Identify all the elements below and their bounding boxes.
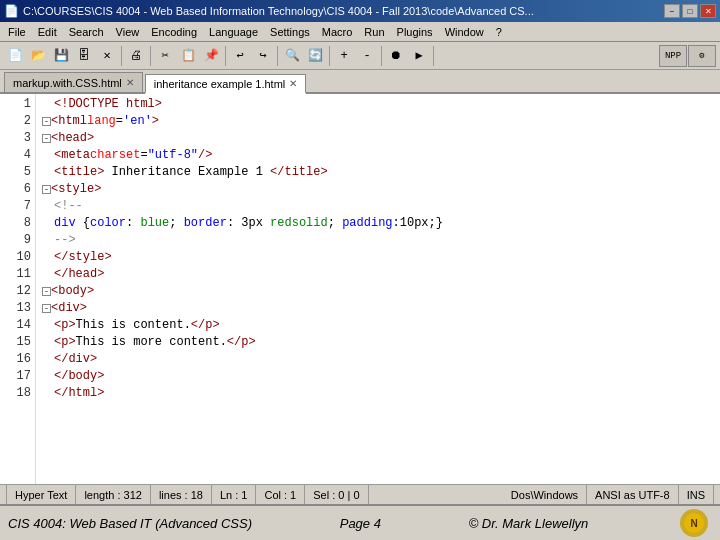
tab-label-markup-css: markup.with.CSS.html — [13, 77, 122, 89]
code-line: </style> — [42, 249, 720, 266]
code-line: </div> — [42, 351, 720, 368]
line-num: 18 — [0, 385, 31, 402]
line-num: 2 — [0, 113, 31, 130]
status-bar: Hyper Text length : 312 lines : 18 Ln : … — [0, 484, 720, 504]
minimize-button[interactable]: − — [664, 4, 680, 18]
editor-content[interactable]: 123456789101112131415161718 <!DOCTYPE ht… — [0, 94, 720, 484]
code-line: <p>This is more content.</p> — [42, 334, 720, 351]
code-line: </body> — [42, 368, 720, 385]
save-button[interactable]: 💾 — [50, 45, 72, 67]
toolbar: 📄 📂 💾 🗄 ✕ 🖨 ✂ 📋 📌 ↩ ↪ 🔍 🔄 + - ⏺ ▶ NPP ⚙ — [0, 42, 720, 70]
line-num: 17 — [0, 368, 31, 385]
line-num: 3 — [0, 130, 31, 147]
zoom-in-button[interactable]: + — [333, 45, 355, 67]
fold-box[interactable]: - — [42, 134, 51, 143]
plugin-button[interactable]: ⚙ — [688, 45, 716, 67]
status-lines: lines : 18 — [151, 485, 212, 504]
code-line: - <html lang='en'> — [42, 113, 720, 130]
menu-bar: FileEditSearchViewEncodingLanguageSettin… — [0, 22, 720, 42]
menu-item-?[interactable]: ? — [490, 24, 508, 40]
zoom-out-button[interactable]: - — [356, 45, 378, 67]
status-filetype: Hyper Text — [6, 485, 76, 504]
menu-item-run[interactable]: Run — [358, 24, 390, 40]
code-line: <title> Inheritance Example 1 </title> — [42, 164, 720, 181]
undo-button[interactable]: ↩ — [229, 45, 251, 67]
find-button[interactable]: 🔍 — [281, 45, 303, 67]
close-doc-button[interactable]: ✕ — [96, 45, 118, 67]
replace-button[interactable]: 🔄 — [304, 45, 326, 67]
menu-item-window[interactable]: Window — [439, 24, 490, 40]
tab-close-markup-css[interactable]: ✕ — [126, 77, 134, 88]
fold-box[interactable]: - — [42, 185, 51, 194]
print-button[interactable]: 🖨 — [125, 45, 147, 67]
fold-box[interactable]: - — [42, 304, 51, 313]
menu-item-file[interactable]: File — [2, 24, 32, 40]
menu-item-settings[interactable]: Settings — [264, 24, 316, 40]
code-line: div {color: blue; border: 3px red solid;… — [42, 215, 720, 232]
sep5 — [329, 46, 330, 66]
code-line: - <body> — [42, 283, 720, 300]
footer-course: CIS 4004: Web Based IT (Advanced CSS) — [8, 516, 252, 531]
status-length: length : 312 — [76, 485, 151, 504]
footer-author: © Dr. Mark Llewellyn — [469, 516, 589, 531]
code-line: </head> — [42, 266, 720, 283]
copy-button[interactable]: 📋 — [177, 45, 199, 67]
tab-inheritance[interactable]: inheritance example 1.html ✕ — [145, 74, 306, 94]
menu-item-macro[interactable]: Macro — [316, 24, 359, 40]
redo-button[interactable]: ↪ — [252, 45, 274, 67]
tab-bar: markup.with.CSS.html ✕ inheritance examp… — [0, 70, 720, 94]
code-line: <!-- — [42, 198, 720, 215]
close-button[interactable]: ✕ — [700, 4, 716, 18]
code-line: <!DOCTYPE html> — [42, 96, 720, 113]
code-line: - <style> — [42, 181, 720, 198]
line-num: 1 — [0, 96, 31, 113]
footer-logo: N — [676, 507, 712, 539]
sep3 — [225, 46, 226, 66]
cut-button[interactable]: ✂ — [154, 45, 176, 67]
fold-box[interactable]: - — [42, 287, 51, 296]
code-line: <p>This is content.</p> — [42, 317, 720, 334]
line-num: 12 — [0, 283, 31, 300]
macro-button[interactable]: ⏺ — [385, 45, 407, 67]
title-bar: 📄 C:\COURSES\CIS 4004 - Web Based Inform… — [0, 0, 720, 22]
open-button[interactable]: 📂 — [27, 45, 49, 67]
line-num: 11 — [0, 266, 31, 283]
fold-box[interactable]: - — [42, 117, 51, 126]
tab-markup-css[interactable]: markup.with.CSS.html ✕ — [4, 72, 143, 92]
code-line: <meta charset="utf-8" /> — [42, 147, 720, 164]
footer-bar: CIS 4004: Web Based IT (Advanced CSS) Pa… — [0, 504, 720, 540]
line-num: 15 — [0, 334, 31, 351]
line-num: 10 — [0, 249, 31, 266]
menu-item-search[interactable]: Search — [63, 24, 110, 40]
title-icon: 📄 — [4, 4, 19, 18]
status-doswindows: Dos\Windows — [503, 485, 587, 504]
status-sel: Sel : 0 | 0 — [305, 485, 368, 504]
menu-item-encoding[interactable]: Encoding — [145, 24, 203, 40]
sep4 — [277, 46, 278, 66]
code-area[interactable]: <!DOCTYPE html>- <html lang='en'>- <head… — [36, 94, 720, 484]
line-num: 4 — [0, 147, 31, 164]
sep6 — [381, 46, 382, 66]
status-ins: INS — [679, 485, 714, 504]
sep2 — [150, 46, 151, 66]
menu-item-edit[interactable]: Edit — [32, 24, 63, 40]
maximize-button[interactable]: □ — [682, 4, 698, 18]
tab-close-inheritance[interactable]: ✕ — [289, 78, 297, 89]
settings-button[interactable]: NPP — [659, 45, 687, 67]
new-button[interactable]: 📄 — [4, 45, 26, 67]
save-all-button[interactable]: 🗄 — [73, 45, 95, 67]
line-num: 8 — [0, 215, 31, 232]
line-num: 14 — [0, 317, 31, 334]
window-controls: − □ ✕ — [664, 4, 716, 18]
line-num: 13 — [0, 300, 31, 317]
menu-item-view[interactable]: View — [110, 24, 146, 40]
editor-container: 123456789101112131415161718 <!DOCTYPE ht… — [0, 94, 720, 484]
line-num: 7 — [0, 198, 31, 215]
code-line: --> — [42, 232, 720, 249]
menu-item-language[interactable]: Language — [203, 24, 264, 40]
sep7 — [433, 46, 434, 66]
menu-item-plugins[interactable]: Plugins — [391, 24, 439, 40]
paste-button[interactable]: 📌 — [200, 45, 222, 67]
run-button[interactable]: ▶ — [408, 45, 430, 67]
svg-text:N: N — [690, 518, 697, 529]
